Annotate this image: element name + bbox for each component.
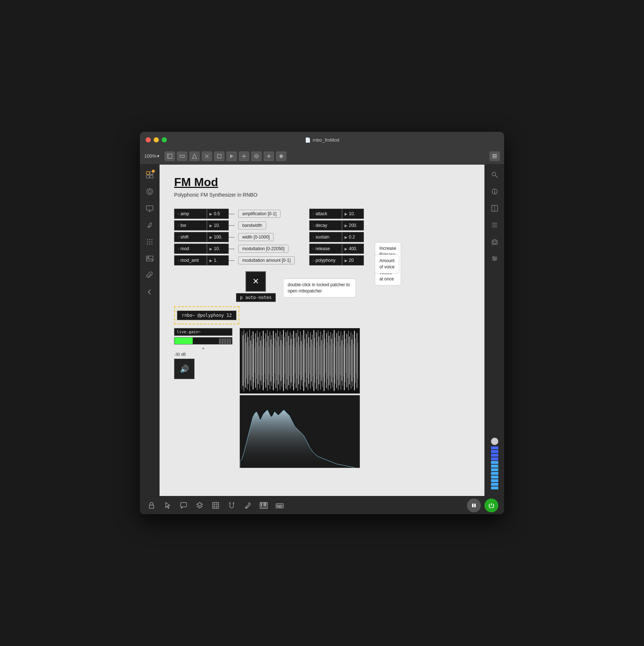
toolbar-btn-3[interactable] — [189, 151, 200, 161]
svg-rect-102 — [287, 342, 287, 379]
minimize-button[interactable] — [154, 137, 159, 142]
bottom-right-controls — [467, 499, 498, 512]
svg-rect-185 — [357, 333, 357, 388]
toolbar-btn-close[interactable] — [202, 151, 212, 161]
bottom-layers-icon[interactable] — [194, 500, 205, 511]
toolbar-btn-grid[interactable] — [490, 151, 500, 161]
sidebar-icon-display[interactable] — [143, 202, 156, 215]
param-value-mod-amt[interactable]: ▶ 1. — [207, 255, 229, 265]
param-value-release[interactable]: ▶ 400. — [342, 244, 364, 254]
svg-rect-71 — [260, 340, 261, 380]
sidebar-icon-objects[interactable] — [143, 168, 156, 181]
param-name-decay[interactable]: ↕ decay — [309, 220, 342, 231]
bottom-wrench-icon[interactable] — [242, 500, 254, 511]
param-name-release[interactable]: ↕ release — [309, 244, 342, 254]
param-value-sustain[interactable]: ▶ 0.2 — [342, 232, 364, 242]
param-value-mod[interactable]: ▶ 10. — [207, 244, 229, 254]
gain-level — [174, 338, 193, 344]
middle-section: ✕ p auto-notes double-click in locked pa… — [174, 271, 470, 302]
param-row-release: ↕ release ▶ 400. Increase Release to he — [309, 244, 364, 254]
bottom-grid-icon[interactable] — [210, 500, 221, 511]
param-name-amp[interactable]: ↕ amp — [174, 209, 207, 219]
toolbar-btn-plus[interactable] — [264, 151, 274, 161]
bottom-magnet-icon[interactable] — [226, 500, 237, 511]
gain-seg-3 — [224, 338, 226, 344]
right-icon-list[interactable] — [488, 218, 501, 232]
right-icon-search[interactable] — [488, 168, 501, 181]
toolbar-btn-2[interactable] — [177, 151, 187, 161]
param-name-mod[interactable]: ↕ mod — [174, 244, 207, 254]
power-button[interactable] — [484, 499, 498, 512]
svg-rect-60 — [251, 335, 252, 386]
meter-bar-12 — [491, 487, 498, 489]
meter-knob[interactable] — [491, 438, 498, 445]
svg-rect-107 — [291, 339, 291, 382]
speaker-box[interactable]: 🔊 — [174, 359, 195, 379]
param-row-mod: ↕ mod ▶ 10. — modultation [0-22050] — [174, 244, 295, 254]
bottom-piano-icon[interactable] — [258, 500, 270, 511]
svg-rect-99 — [284, 337, 284, 383]
svg-rect-182 — [354, 331, 355, 390]
bottom-comment-icon[interactable] — [178, 500, 189, 511]
svg-rect-80 — [268, 336, 269, 385]
param-label-amp: amplification [0-1] — [238, 210, 280, 218]
sidebar-icon-target[interactable] — [143, 185, 156, 198]
sidebar-icon-clip[interactable] — [143, 269, 156, 282]
gain-slider[interactable] — [174, 337, 232, 344]
param-name-attack[interactable]: ↕ attack — [309, 209, 342, 219]
right-icon-layout[interactable] — [488, 202, 501, 215]
rnbo-block[interactable]: rnbo~ @polyphony 12 — [177, 311, 236, 320]
svg-rect-176 — [349, 336, 350, 384]
svg-rect-223 — [264, 503, 265, 506]
toolbar-btn-square[interactable] — [214, 151, 224, 161]
svg-rect-153 — [330, 345, 330, 375]
bottom-keyboard-icon[interactable] — [274, 500, 286, 511]
svg-rect-121 — [303, 344, 303, 377]
param-value-bw[interactable]: ▶ 10. — [207, 220, 229, 231]
svg-rect-129 — [310, 347, 310, 374]
toolbar-btn-circle[interactable] — [251, 151, 262, 161]
gain-segments — [218, 338, 232, 344]
polyphony-comment: Amount of voice — [375, 255, 399, 273]
param-value-amp[interactable]: ▶ 0.5 — [207, 209, 229, 219]
param-name-sustain[interactable]: ↕ sustain — [309, 232, 342, 242]
sidebar-icon-music[interactable] — [143, 218, 156, 232]
toolbar-btn-play[interactable] — [227, 151, 237, 161]
svg-line-189 — [495, 176, 498, 178]
toolbar-btn-1[interactable] — [165, 151, 175, 161]
param-label-shift: width [0-1000] — [238, 233, 274, 241]
sidebar-icon-image[interactable] — [143, 252, 156, 265]
param-value-attack[interactable]: ▶ 10. — [342, 209, 364, 219]
gain-seg-4 — [227, 338, 229, 344]
svg-rect-98 — [283, 330, 284, 391]
gain-seg-5 — [229, 338, 231, 344]
close-button[interactable] — [146, 137, 151, 142]
rnbo-dashed-container: rnbo~ @polyphony 12 — [174, 306, 239, 324]
param-name-polyphony[interactable]: ↕ polyphony — [309, 255, 342, 265]
param-name-shift[interactable]: ↕ shift — [174, 232, 207, 242]
param-value-decay[interactable]: ▶ 200. — [342, 220, 364, 231]
sidebar-icon-back[interactable] — [143, 285, 156, 299]
param-name-mod-amt[interactable]: ↕ mod_amt — [174, 255, 207, 265]
param-name-bw[interactable]: ↕ bw — [174, 220, 207, 231]
pause-button[interactable] — [467, 499, 481, 512]
svg-rect-64 — [255, 348, 255, 373]
sidebar-icon-dots[interactable] — [143, 235, 156, 248]
svg-rect-177 — [350, 346, 350, 375]
toolbar-btn-minus[interactable] — [239, 151, 249, 161]
meter-bar-5 — [491, 461, 498, 464]
maximize-button[interactable] — [162, 137, 167, 142]
bottom-cursor-icon[interactable] — [162, 500, 173, 511]
zoom-control[interactable]: 100% ▾ — [144, 153, 160, 159]
right-icon-sliders[interactable] — [488, 252, 501, 265]
svg-rect-91 — [277, 330, 278, 391]
toolbar-btn-paint[interactable] — [276, 151, 286, 161]
p-auto-notes[interactable]: p auto-notes — [236, 293, 276, 302]
param-value-polyphony[interactable]: ▶ 20 — [342, 255, 364, 265]
x-button[interactable]: ✕ — [246, 271, 266, 292]
bottom-lock-icon[interactable] — [146, 500, 157, 511]
right-icon-camera[interactable] — [488, 235, 501, 248]
param-value-shift[interactable]: ▶ 100. — [207, 232, 229, 242]
right-icon-info[interactable] — [488, 185, 501, 198]
param-row-amp: ↕ amp ▶ 0.5 — amplification [0-1] — [174, 209, 295, 219]
